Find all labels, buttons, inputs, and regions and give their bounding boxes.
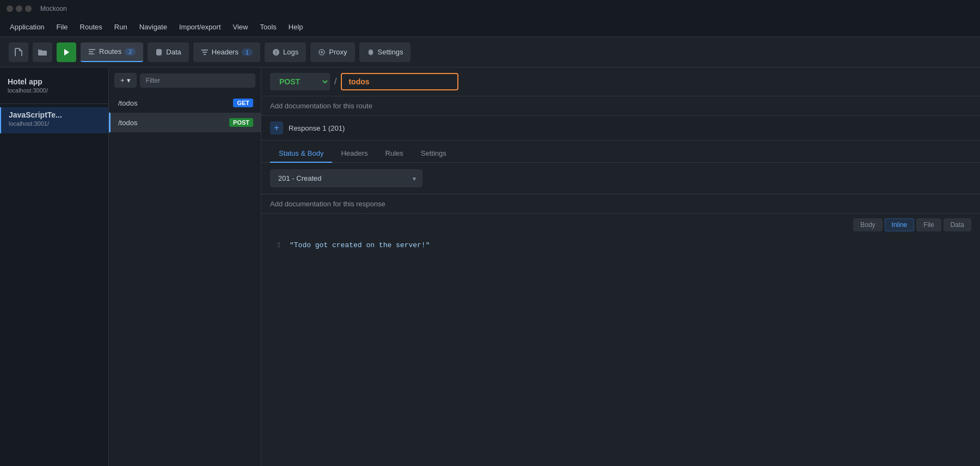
svg-point-8: [321, 51, 323, 53]
response-add-button[interactable]: +: [270, 121, 283, 134]
proxy-tab-label: Proxy: [329, 48, 347, 56]
status-select[interactable]: 201 - Created 200 - OK 400 - Bad Request…: [270, 169, 422, 187]
title-bar: Mockoon: [0, 0, 980, 17]
routes-tab-label: Routes: [99, 47, 121, 56]
main-layout: Hotel app localhost:3000/ JavaScriptTe..…: [0, 68, 980, 466]
sidebar-app-javascript[interactable]: JavaScriptTe... localhost:3001/: [0, 107, 108, 133]
svg-rect-4: [201, 50, 208, 51]
tab-settings[interactable]: Settings: [359, 42, 411, 62]
method-select[interactable]: POST: [270, 73, 330, 90]
sidebar-app-hotel-url: localhost:3000/: [8, 87, 101, 94]
filter-input[interactable]: [140, 73, 255, 88]
body-tab-body[interactable]: Body: [853, 218, 882, 231]
tab-logs[interactable]: Logs: [265, 42, 306, 62]
status-row: 201 - Created 200 - OK 400 - Bad Request…: [261, 163, 980, 194]
method-badge-post: POST: [229, 118, 253, 127]
minimize-dot: [16, 5, 22, 12]
body-tab-data[interactable]: Data: [944, 218, 971, 231]
headers-badge: 1: [242, 48, 253, 56]
menu-help[interactable]: Help: [283, 21, 309, 33]
menu-bar: Application File Routes Run Navigate Imp…: [0, 17, 980, 37]
tab-rules[interactable]: Rules: [377, 145, 412, 163]
route-slash: /: [334, 77, 336, 87]
tab-proxy[interactable]: Proxy: [310, 42, 354, 62]
plus-icon: +: [120, 76, 125, 84]
sidebar-divider-1: [0, 103, 108, 104]
menu-tools[interactable]: Tools: [254, 21, 281, 33]
routes-filter-bar: + ▾: [109, 68, 261, 93]
tab-data[interactable]: Data: [148, 42, 188, 62]
sidebar-app-javascript-name: JavaScriptTe...: [9, 111, 101, 119]
svg-rect-6: [204, 54, 206, 55]
sidebar-app-hotel[interactable]: Hotel app localhost:3000/: [0, 74, 108, 100]
window-controls: [7, 5, 32, 12]
response-documentation[interactable]: Add documentation for this response: [261, 194, 980, 214]
route-header: POST /: [261, 68, 980, 96]
route-item-post-todos[interactable]: /todos POST: [109, 113, 261, 132]
body-type-tabs: Body Inline File Data: [261, 214, 980, 236]
menu-file[interactable]: File: [51, 21, 74, 33]
open-folder-button[interactable]: [33, 42, 52, 62]
code-line-1: 1 "Todo got created on the server!": [270, 240, 971, 252]
menu-routes[interactable]: Routes: [75, 21, 108, 33]
app-title: Mockoon: [40, 5, 67, 13]
svg-rect-5: [203, 52, 207, 53]
body-tab-file[interactable]: File: [916, 218, 941, 231]
route-item-get-todos[interactable]: /todos GET: [109, 93, 261, 113]
maximize-dot: [25, 5, 32, 12]
svg-rect-0: [89, 49, 95, 50]
new-file-button[interactable]: [9, 42, 28, 62]
chevron-down-icon: ▾: [127, 76, 131, 84]
route-detail: POST / Add documentation for this route …: [261, 68, 980, 466]
logs-tab-label: Logs: [283, 48, 298, 56]
response-header: + Response 1 (201): [261, 116, 980, 140]
routes-panel: + ▾ /todos GET /todos POST: [109, 68, 261, 466]
code-editor[interactable]: 1 "Todo got created on the server!": [261, 236, 980, 466]
tab-status-body[interactable]: Status & Body: [270, 145, 332, 163]
tab-routes[interactable]: Routes 2: [81, 42, 143, 62]
status-select-wrapper: 201 - Created 200 - OK 400 - Bad Request…: [270, 169, 422, 187]
method-badge-get: GET: [233, 99, 253, 107]
svg-rect-2: [89, 53, 94, 54]
menu-application[interactable]: Application: [4, 21, 50, 33]
close-dot: [7, 5, 13, 12]
routes-badge: 2: [125, 48, 136, 56]
body-tab-inline[interactable]: Inline: [885, 218, 915, 231]
data-tab-label: Data: [166, 48, 181, 56]
route-path-get: /todos: [118, 99, 137, 107]
menu-navigate[interactable]: Navigate: [134, 21, 173, 33]
line-number-1: 1: [270, 240, 281, 252]
add-route-button[interactable]: + ▾: [114, 73, 137, 88]
tab-headers[interactable]: Headers: [332, 145, 376, 163]
response-title: Response 1 (201): [289, 124, 345, 132]
route-path-input[interactable]: [341, 73, 458, 90]
menu-importexport[interactable]: Import/export: [174, 21, 226, 33]
menu-view[interactable]: View: [228, 21, 254, 33]
headers-tab-label: Headers: [212, 48, 238, 56]
svg-rect-1: [89, 51, 93, 52]
route-path-post: /todos: [118, 119, 137, 127]
play-button[interactable]: [57, 42, 76, 62]
body-editor-area: Body Inline File Data 1 "Todo got create…: [261, 214, 980, 466]
response-tabs-bar: Status & Body Headers Rules Settings: [261, 140, 980, 163]
sidebar-app-hotel-name: Hotel app: [8, 77, 101, 86]
sidebar: Hotel app localhost:3000/ JavaScriptTe..…: [0, 68, 109, 466]
route-documentation[interactable]: Add documentation for this route: [261, 96, 980, 116]
tab-headers[interactable]: Headers 1: [193, 42, 260, 62]
settings-tab-label: Settings: [378, 48, 403, 56]
menu-run[interactable]: Run: [109, 21, 133, 33]
toolbar: Routes 2 Data Headers 1 Logs Proxy Setti…: [0, 37, 980, 68]
line-content-1: "Todo got created on the server!": [290, 240, 430, 252]
sidebar-app-javascript-url: localhost:3001/: [9, 120, 101, 127]
tab-settings[interactable]: Settings: [412, 145, 455, 163]
